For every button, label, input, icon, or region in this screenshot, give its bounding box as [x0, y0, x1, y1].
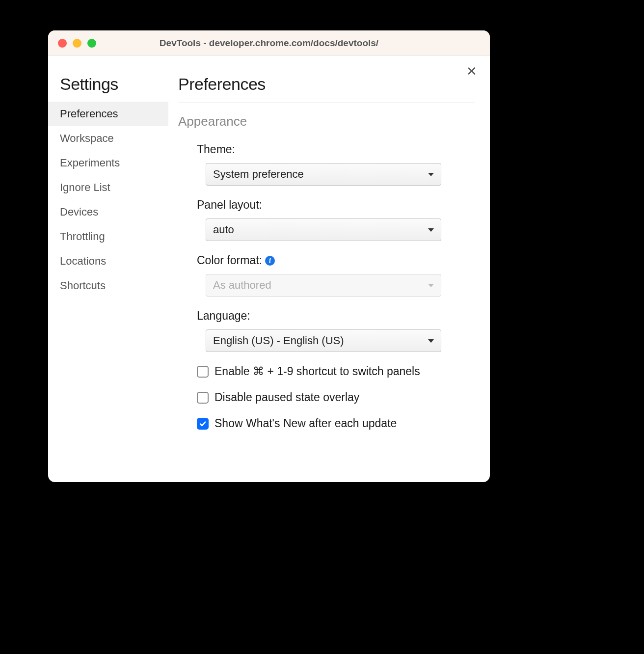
checkbox-label-1: Disable paused state overlay [215, 391, 359, 404]
theme-field: Theme: System preference [197, 143, 475, 186]
theme-label: Theme: [197, 143, 475, 156]
sidebar-item-locations[interactable]: Locations [48, 249, 168, 273]
sidebar-item-preferences[interactable]: Preferences [48, 102, 168, 126]
sidebar-title: Settings [48, 75, 168, 94]
close-window-button[interactable] [58, 39, 67, 48]
sidebar-item-ignore-list[interactable]: Ignore List [48, 175, 168, 200]
traffic-lights [58, 39, 96, 48]
language-value: English (US) - English (US) [213, 334, 344, 347]
theme-select[interactable]: System preference [206, 163, 441, 186]
color-format-label: Color format: i [197, 254, 475, 267]
language-field: Language: English (US) - English (US) [197, 309, 475, 352]
sidebar-item-throttling[interactable]: Throttling [48, 224, 168, 249]
sidebar-item-experiments[interactable]: Experiments [48, 151, 168, 175]
titlebar: DevTools - developer.chrome.com/docs/dev… [48, 30, 490, 56]
window-title: DevTools - developer.chrome.com/docs/dev… [48, 38, 490, 49]
language-select[interactable]: English (US) - English (US) [206, 329, 441, 352]
close-settings-button[interactable]: ✕ [466, 65, 477, 78]
color-format-select: As authored [206, 274, 441, 297]
checkbox-group: Enable ⌘ + 1-9 shortcut to switch panels… [178, 365, 475, 430]
chevron-down-icon [428, 173, 434, 176]
section-title: Appearance [178, 114, 475, 129]
sidebar-item-devices[interactable]: Devices [48, 200, 168, 224]
chevron-down-icon [428, 284, 434, 287]
checkbox-label-2: Show What's New after each update [215, 417, 397, 430]
window-body: ✕ Settings PreferencesWorkspaceExperimen… [48, 56, 490, 482]
checkbox-2[interactable] [197, 418, 209, 430]
panel-layout-value: auto [213, 223, 234, 236]
panel-layout-label: Panel layout: [197, 198, 475, 212]
panel-layout-field: Panel layout: auto [197, 198, 475, 241]
info-icon[interactable]: i [265, 256, 275, 266]
color-format-field: Color format: i As authored [197, 254, 475, 297]
minimize-window-button[interactable] [73, 39, 81, 48]
sidebar: Settings PreferencesWorkspaceExperiments… [48, 56, 168, 482]
devtools-window: DevTools - developer.chrome.com/docs/dev… [48, 30, 490, 482]
color-format-value: As authored [213, 279, 271, 292]
theme-value: System preference [213, 168, 304, 181]
checkbox-label-0: Enable ⌘ + 1-9 shortcut to switch panels [215, 365, 420, 378]
checkbox-row-2[interactable]: Show What's New after each update [197, 417, 475, 430]
checkbox-row-0[interactable]: Enable ⌘ + 1-9 shortcut to switch panels [197, 365, 475, 378]
sidebar-item-shortcuts[interactable]: Shortcuts [48, 273, 168, 298]
checkbox-row-1[interactable]: Disable paused state overlay [197, 391, 475, 404]
sidebar-item-workspace[interactable]: Workspace [48, 126, 168, 151]
language-label: Language: [197, 309, 475, 323]
checkbox-0[interactable] [197, 366, 209, 378]
maximize-window-button[interactable] [87, 39, 96, 48]
checkbox-1[interactable] [197, 392, 209, 404]
content-panel: Preferences Appearance Theme: System pre… [168, 56, 490, 482]
sidebar-nav: PreferencesWorkspaceExperimentsIgnore Li… [48, 102, 168, 298]
chevron-down-icon [428, 228, 434, 232]
panel-layout-select[interactable]: auto [206, 218, 441, 241]
chevron-down-icon [428, 339, 434, 343]
page-title: Preferences [178, 75, 475, 103]
